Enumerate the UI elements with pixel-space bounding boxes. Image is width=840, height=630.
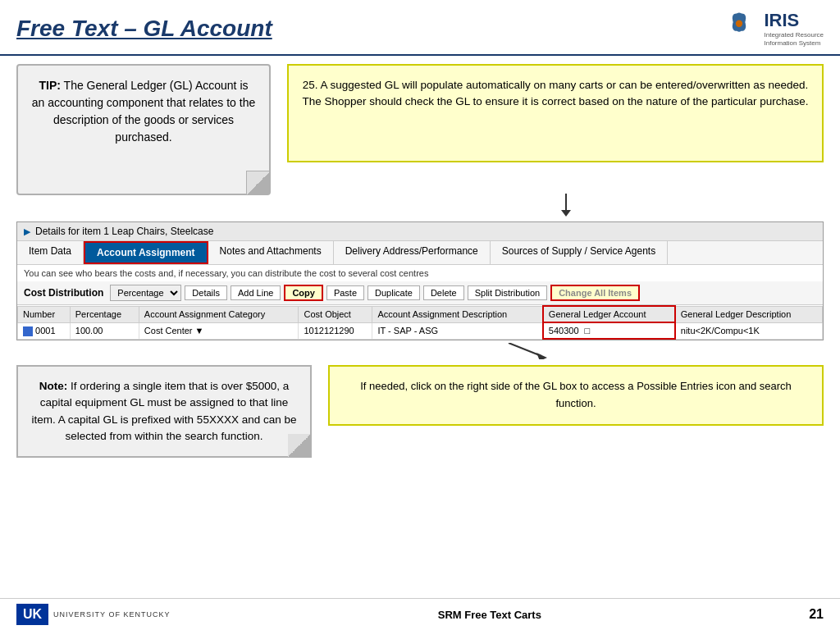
arrow-spacer	[16, 202, 824, 215]
table-row: 0001 100.00 Cost Center ▼ 1012121290 IT …	[18, 322, 823, 339]
app-window: ▶ Details for item 1 Leap Chairs, Steelc…	[16, 221, 824, 340]
tab-account-assignment[interactable]: Account Assignment	[84, 241, 208, 264]
table-container: Number Percentage Account Assignment Cat…	[17, 305, 823, 340]
row-indicator	[23, 326, 33, 336]
app-titlebar: ▶ Details for item 1 Leap Chairs, Steelc…	[17, 222, 823, 241]
tab-delivery-address[interactable]: Delivery Address/Performance	[334, 241, 491, 264]
change-all-items-button[interactable]: Change All Items	[550, 285, 640, 301]
add-line-button[interactable]: Add Line	[231, 285, 281, 300]
col-header-percentage: Percentage	[70, 306, 139, 322]
callout-25-text: 25. A suggested GL will populate automat…	[302, 79, 808, 107]
app-window-title: Details for item 1 Leap Chairs, Steelcas…	[35, 226, 213, 237]
gl-possible-entries-icon[interactable]: □	[585, 326, 591, 336]
svg-point-3	[735, 21, 742, 27]
cell-cost-object: 1012121290	[299, 322, 372, 339]
titlebar-arrow: ▶	[24, 226, 30, 237]
footer-center-text: SRM Free Text Carts	[438, 609, 541, 621]
split-distribution-button[interactable]: Split Distribution	[468, 285, 547, 300]
percentage-dropdown[interactable]: Percentage	[110, 285, 181, 301]
logo-text-area: IRIS Integrated ResourceInformation Syst…	[765, 10, 824, 48]
cell-percentage: 100.00	[70, 322, 139, 339]
tip-box: TIP: The General Ledger (GL) Account is …	[16, 64, 271, 195]
toolbar-row: Cost Distribution Percentage Details Add…	[17, 281, 823, 305]
logo-area: IRIS Integrated ResourceInformation Syst…	[719, 8, 824, 49]
uk-university-name: University of Kentucky	[53, 610, 170, 619]
col-header-gl-description: General Ledger Description	[675, 306, 823, 322]
page-title: Free Text – GL Account	[16, 16, 272, 42]
category-dropdown-icon[interactable]: ▼	[195, 326, 204, 336]
arrow-spacer-2	[16, 347, 824, 355]
arrow-to-entries-svg	[492, 343, 591, 359]
arrow-down-svg	[525, 194, 607, 218]
possible-entries-box: If needed, click on the right side of th…	[328, 365, 824, 426]
main-content: TIP: The General Ledger (GL) Account is …	[0, 56, 840, 466]
tip-label: TIP:	[39, 79, 61, 92]
duplicate-button[interactable]: Duplicate	[368, 285, 420, 300]
cell-gl-description: nitu<2K/Compu<1K	[675, 322, 823, 339]
details-button[interactable]: Details	[185, 285, 227, 300]
cost-distribution-label: Cost Distribution	[24, 287, 103, 299]
col-header-description: Account Assignment Description	[372, 306, 543, 322]
note-label: Note:	[39, 380, 68, 392]
note-text: If ordering a single item that is over $…	[32, 380, 297, 442]
note-box: Note: If ordering a single item that is …	[16, 365, 312, 458]
cell-description: IT - SAP - ASG	[372, 322, 543, 339]
svg-marker-5	[561, 210, 571, 217]
cell-number: 0001	[18, 322, 71, 339]
logo-subtext: Integrated ResourceInformation System	[765, 31, 824, 48]
top-row: TIP: The General Ledger (GL) Account is …	[16, 64, 824, 195]
data-table: Number Percentage Account Assignment Cat…	[17, 305, 823, 340]
possible-entries-text: If needed, click on the right side of th…	[360, 380, 792, 409]
tab-notes-attachments[interactable]: Notes and Attachments	[208, 241, 334, 264]
info-row: You can see who bears the costs and, if …	[17, 265, 823, 281]
svg-marker-7	[536, 353, 547, 359]
cell-gl-account[interactable]: 540300 □	[543, 322, 675, 339]
callout-area: 25. A suggested GL will populate automat…	[287, 64, 824, 162]
tab-sources-supply[interactable]: Sources of Supply / Service Agents	[491, 241, 668, 264]
tab-item-data[interactable]: Item Data	[17, 241, 84, 264]
copy-button[interactable]: Copy	[284, 285, 323, 301]
footer-page-number: 21	[809, 607, 824, 622]
info-text: You can see who bears the costs and, if …	[24, 268, 428, 278]
footer-uk-area: UK University of Kentucky	[16, 604, 170, 625]
cell-category: Cost Center ▼	[139, 322, 299, 339]
col-header-number: Number	[18, 306, 71, 322]
paste-button[interactable]: Paste	[326, 285, 364, 300]
cell-number-value: 0001	[35, 326, 55, 336]
iris-logo-icon	[719, 8, 760, 49]
callout-25-box: 25. A suggested GL will populate automat…	[287, 64, 824, 162]
table-header-row: Number Percentage Account Assignment Cat…	[18, 306, 823, 322]
tabs-row: Item Data Account Assignment Notes and A…	[17, 241, 823, 265]
svg-line-6	[509, 343, 541, 356]
tip-text: The General Ledger (GL) Account is an ac…	[32, 79, 255, 144]
col-header-category: Account Assignment Category	[139, 306, 299, 322]
logo-name: IRIS	[765, 10, 824, 31]
col-header-gl-account: General Ledger Account	[543, 306, 675, 322]
delete-button[interactable]: Delete	[423, 285, 464, 300]
col-header-cost-object: Cost Object	[299, 306, 372, 322]
bottom-row: Note: If ordering a single item that is …	[16, 365, 824, 458]
uk-logo: UK	[16, 604, 48, 625]
page-header: Free Text – GL Account IRIS Integrated R…	[0, 0, 840, 56]
footer: UK University of Kentucky SRM Free Text …	[0, 598, 840, 630]
